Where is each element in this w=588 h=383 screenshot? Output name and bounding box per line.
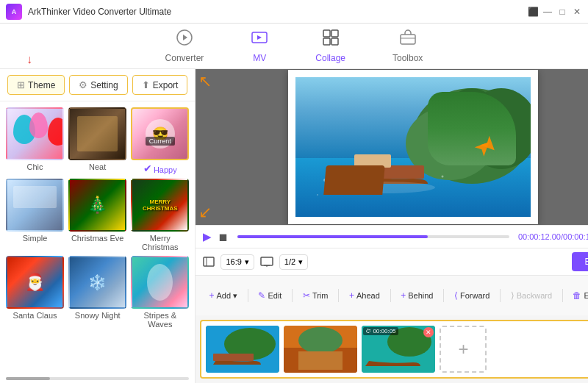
svg-rect-6 xyxy=(331,38,338,45)
close-btn[interactable]: ✕ xyxy=(572,7,582,17)
clip-time-icon: ⏱ xyxy=(365,328,371,334)
minimize-btn[interactable]: — xyxy=(542,7,553,17)
tab-collage[interactable]: Collage xyxy=(306,24,354,68)
backward-label: Backward xyxy=(517,291,552,300)
export-label: Export xyxy=(153,80,179,90)
theme-item-snowy[interactable]: ❄️ Snowy Night xyxy=(68,256,126,329)
neat-label: Neat xyxy=(89,162,106,171)
tab-converter[interactable]: Converter xyxy=(157,24,213,68)
behind-label: Behind xyxy=(408,291,433,300)
ahead-label: Ahead xyxy=(356,291,380,300)
ahead-button[interactable]: + Ahead xyxy=(343,287,386,304)
svg-rect-32 xyxy=(298,351,343,370)
svg-rect-4 xyxy=(331,30,338,37)
theme-thumb-snowy: ❄️ xyxy=(68,256,126,309)
play-button[interactable]: ▶ xyxy=(203,230,212,243)
forward-button[interactable]: ⟨ Forward xyxy=(448,287,495,304)
corner-arrow-bl: ↙ xyxy=(198,203,212,222)
mv-label: MV xyxy=(253,53,266,63)
forward-icon: ⟨ xyxy=(454,290,458,301)
bottom-controls: 16:9 ▾ 1/2 ▾ Export xyxy=(196,248,588,275)
svg-point-19 xyxy=(442,176,444,178)
stop-button[interactable]: ⏹ xyxy=(218,231,229,243)
behind-icon: + xyxy=(401,290,406,301)
theme-item-neat[interactable]: Neat xyxy=(68,107,126,174)
theme-item-merry[interactable]: MERRY CHRISTMAS Merry Christmas xyxy=(131,179,189,251)
tab-mv[interactable]: MV xyxy=(242,24,277,68)
theme-item-santa[interactable]: 🎅 Santa Claus xyxy=(6,256,64,329)
toolbar: + Add ▾ ✎ Edit ✂ Trim + Ahead + Behi xyxy=(196,275,588,315)
maximize-btn[interactable]: □ xyxy=(557,7,567,17)
christmas-label: Christmas Eve xyxy=(71,234,124,243)
theme-thumb-happy: 😎 Current xyxy=(131,107,189,160)
screen-icon xyxy=(260,257,273,267)
theme-grid-icon: ⊞ xyxy=(17,79,25,90)
add-icon: + xyxy=(209,290,214,301)
empty-label: Empty xyxy=(584,291,588,300)
theme-item-stripes[interactable]: Stripes & Waves xyxy=(131,256,189,329)
theme-thumb-merry: MERRY CHRISTMAS xyxy=(131,179,189,232)
timeline-clip-3[interactable]: ⏱ 00:00:05 ✕ xyxy=(362,326,435,373)
sub-tab-export[interactable]: ⬆ Export xyxy=(132,75,188,95)
edit-label: Edit xyxy=(268,291,282,300)
app-title: ArkThinker Video Converter Ultimate xyxy=(28,7,528,17)
theme-thumb-christmas: 🎄 xyxy=(68,179,126,232)
app-logo: A xyxy=(6,4,22,20)
time-total: 00:00:17.00 xyxy=(563,232,588,241)
sub-tab-theme[interactable]: ⊞ Theme xyxy=(7,75,65,95)
right-panel: ↖ ↗ ↙ ↘ xyxy=(196,69,588,383)
empty-button[interactable]: 🗑 Empty xyxy=(567,287,588,304)
left-panel: ↓ ⊞ Theme ⚙ Setting ⬆ Export xyxy=(0,69,196,383)
timeline-clip-1[interactable] xyxy=(206,326,279,373)
theme-thumb-santa: 🎅 xyxy=(6,256,64,309)
theme-item-simple[interactable]: Simple xyxy=(6,179,64,251)
mv-icon xyxy=(251,29,268,50)
edit-icon: ✎ xyxy=(258,290,265,301)
theme-grid: Chic Neat 😎 Current ✔ Happy xyxy=(0,101,195,377)
backward-button[interactable]: ⟩ Backward xyxy=(505,287,558,304)
collage-label: Collage xyxy=(315,53,345,63)
trim-label: Trim xyxy=(312,291,329,300)
behind-button[interactable]: + Behind xyxy=(395,287,439,304)
trim-button[interactable]: ✂ Trim xyxy=(297,287,334,304)
svg-marker-1 xyxy=(183,35,187,40)
nav-tabs: Converter MV Collage xyxy=(0,24,588,69)
export-button[interactable]: Export xyxy=(572,252,589,271)
preview-area: ↖ ↗ ↙ ↘ xyxy=(196,69,588,225)
backward-icon: ⟩ xyxy=(511,290,514,301)
timeline-clip-2[interactable] xyxy=(284,326,357,373)
clip-1-thumb xyxy=(206,326,279,373)
corner-arrow-tl: ↖ xyxy=(198,72,212,91)
theme-item-happy[interactable]: 😎 Current ✔ Happy xyxy=(131,107,189,174)
svg-rect-7 xyxy=(401,35,415,44)
tab-toolbox[interactable]: Toolbox xyxy=(384,24,431,68)
add-label: Add xyxy=(216,291,231,300)
theme-label: Theme xyxy=(28,80,55,90)
ratio-select[interactable]: 16:9 ▾ xyxy=(220,254,254,270)
svg-point-20 xyxy=(317,194,318,196)
stripes-label: Stripes & Waves xyxy=(131,311,189,329)
svg-rect-3 xyxy=(323,30,330,37)
main-content: ↓ ⊞ Theme ⚙ Setting ⬆ Export xyxy=(0,69,588,383)
svg-rect-28 xyxy=(213,354,254,361)
progress-bar[interactable] xyxy=(237,235,509,238)
theme-item-chic[interactable]: Chic xyxy=(6,107,64,174)
svg-rect-16 xyxy=(354,154,391,168)
svg-rect-15 xyxy=(343,165,424,179)
split-select[interactable]: 1/2 ▾ xyxy=(279,254,308,270)
theme-item-christmas[interactable]: 🎄 Christmas Eve xyxy=(68,179,126,251)
toolbox-label: Toolbox xyxy=(392,53,423,63)
caption-btn[interactable]: ⬛ xyxy=(528,7,538,17)
timeline-add-button[interactable]: + xyxy=(440,326,487,373)
title-bar: A ArkThinker Video Converter Ultimate ⬛ … xyxy=(0,0,588,24)
ratio-value: 16:9 xyxy=(226,257,241,266)
clip-3-overlay: ⏱ 00:00:05 xyxy=(363,327,398,335)
trim-icon: ✂ xyxy=(303,290,310,301)
toolbox-icon xyxy=(399,29,417,50)
add-button[interactable]: + Add ▾ xyxy=(203,287,243,304)
simple-label: Simple xyxy=(23,234,48,243)
setting-gear-icon: ⚙ xyxy=(79,79,87,90)
sub-tab-setting[interactable]: ⚙ Setting xyxy=(69,75,127,95)
edit-button[interactable]: ✎ Edit xyxy=(252,287,287,304)
svg-point-14 xyxy=(450,88,494,125)
